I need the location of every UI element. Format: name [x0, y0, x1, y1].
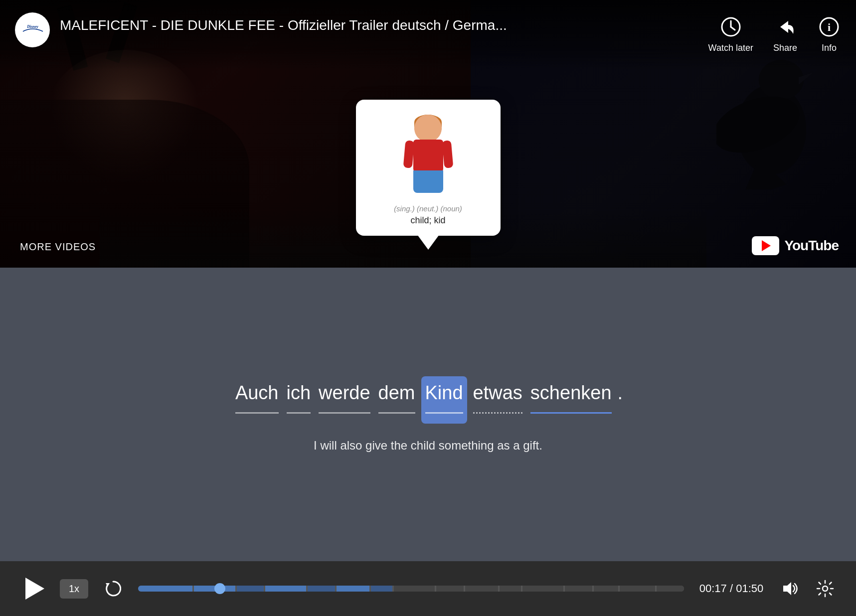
time-total: 01:50 [736, 582, 763, 595]
play-button[interactable] [20, 575, 47, 603]
kid-arm-left [403, 140, 414, 168]
youtube-text: YouTube [784, 238, 839, 254]
word-kind-underline [425, 412, 463, 414]
seg-9 [436, 586, 464, 592]
info-button[interactable]: i Info [817, 15, 841, 53]
word-auch[interactable]: Auch [231, 376, 283, 424]
word-auch-text: Auch [235, 382, 279, 404]
watch-later-label: Watch later [708, 43, 753, 53]
word-dem[interactable]: dem [374, 376, 419, 424]
word-dem-underline [378, 412, 415, 414]
watch-later-button[interactable]: Watch later [708, 15, 753, 53]
watch-later-icon [719, 15, 743, 39]
share-label: Share [773, 43, 797, 53]
kid-body [413, 140, 443, 172]
word-werde-underline [319, 412, 370, 414]
word-auch-underline [235, 412, 279, 414]
popup-tail [417, 235, 439, 250]
progress-thumb [214, 583, 225, 594]
play-icon [25, 578, 44, 600]
word-etwas[interactable]: etwas [469, 376, 526, 424]
youtube-play-icon [752, 236, 779, 255]
seg-13 [565, 586, 592, 592]
seg-8 [394, 586, 435, 592]
kid-head [414, 115, 442, 142]
svg-text:Disney: Disney [26, 24, 38, 29]
kid-arm-right [442, 140, 453, 168]
replay-button[interactable] [101, 576, 126, 601]
translation-line: I will also give the child something as … [314, 439, 542, 453]
video-title: MALEFICENT - DIE DUNKLE FEE - Offizielle… [60, 12, 708, 34]
channel-logo[interactable]: Disney [15, 12, 50, 47]
more-videos-label[interactable]: MORE VIDEOS [20, 241, 96, 253]
seg-1 [138, 586, 192, 592]
word-schenken[interactable]: schenken [526, 376, 616, 424]
word-etwas-underline [473, 412, 522, 414]
seg-15 [620, 586, 655, 592]
word-werde-text: werde [319, 382, 370, 404]
seg-6 [337, 586, 369, 592]
replay-icon [104, 579, 123, 598]
seg-7 [371, 586, 393, 592]
seg-5 [308, 586, 335, 592]
word-popup: (sing.) (neut.) (noun) child; kid [356, 100, 501, 236]
time-current: 00:17 [699, 582, 727, 595]
word-punct: . [616, 376, 625, 424]
seg-10 [465, 586, 498, 592]
kid-figure [403, 115, 453, 194]
info-circle-icon: i [818, 16, 840, 38]
gear-icon [816, 580, 834, 598]
clock-icon [720, 16, 742, 38]
seg-11 [500, 586, 521, 592]
info-icon: i [817, 15, 841, 39]
popup-grammar: (sing.) (neut.) (noun) [394, 204, 462, 213]
svg-text:i: i [828, 21, 831, 33]
popup-definition: child; kid [410, 215, 445, 226]
popup-image [388, 110, 468, 199]
share-arrow-icon [774, 16, 796, 38]
top-bar: Disney MALEFICENT - DIE DUNKLE FEE - Off… [0, 0, 856, 70]
video-section: Disney MALEFICENT - DIE DUNKLE FEE - Off… [0, 0, 856, 268]
word-etwas-text: etwas [473, 382, 522, 404]
subtitle-section: Auch ich werde dem Kind [0, 268, 856, 561]
word-kind-text: Kind [425, 382, 463, 404]
volume-button[interactable] [779, 578, 801, 600]
seg-16 [657, 586, 684, 592]
share-icon [773, 15, 797, 39]
info-label: Info [822, 43, 837, 53]
progress-bar[interactable] [138, 586, 684, 592]
share-button[interactable]: Share [773, 15, 797, 53]
seg-12 [522, 586, 563, 592]
main-wrapper: Disney MALEFICENT - DIE DUNKLE FEE - Off… [0, 0, 856, 616]
volume-icon [781, 580, 799, 598]
svg-line-9 [731, 27, 735, 30]
word-ich-underline [287, 412, 311, 414]
svg-point-5 [19, 16, 46, 44]
word-ich-text: ich [287, 382, 311, 404]
yt-triangle [762, 240, 771, 251]
controls-bar: 1x [0, 561, 856, 616]
seg-3 [237, 586, 264, 592]
word-schenken-text: schenken [530, 382, 612, 404]
speed-button[interactable]: 1x [60, 579, 88, 599]
seg-4 [265, 586, 306, 592]
word-werde[interactable]: werde [315, 376, 374, 424]
word-kind[interactable]: Kind [421, 376, 467, 424]
word-ich[interactable]: ich [283, 376, 315, 424]
svg-point-14 [823, 586, 828, 591]
word-dem-text: dem [378, 382, 415, 404]
youtube-logo: YouTube [752, 236, 839, 255]
seg-14 [594, 586, 618, 592]
disney-logo-icon: Disney [19, 16, 46, 44]
word-schenken-underline [530, 412, 612, 414]
words-line: Auch ich werde dem Kind [231, 376, 625, 424]
top-bar-actions: Watch later Share i [708, 12, 841, 53]
kid-pants [413, 170, 443, 193]
time-display: 00:17 / 01:50 [696, 582, 766, 595]
svg-marker-13 [783, 582, 791, 595]
time-separator: / [730, 582, 736, 595]
settings-button[interactable] [814, 578, 836, 600]
